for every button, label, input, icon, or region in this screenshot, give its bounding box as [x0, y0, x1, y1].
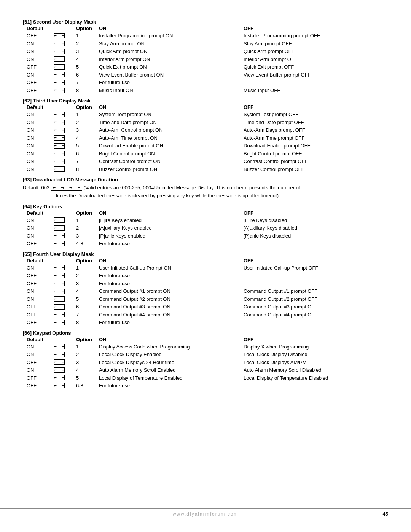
table-row: ON⌐__¬5Command Output #2 prompt ONComman… — [23, 296, 388, 303]
col-default-label: Default — [27, 26, 53, 31]
section-62-header: Default Option ON OFF — [23, 104, 388, 110]
table-row: ON⌐__¬3Quick Arm prompt ONQuick Arm prom… — [23, 48, 388, 55]
section-64-header: Default Option ON OFF — [23, 210, 388, 216]
footer-url: www.diyalarmforum.com — [173, 511, 239, 517]
table-row: OFF⌐__¬6-8For future use — [23, 382, 388, 390]
section-63: [63] Downloaded LCD Message Duration Def… — [23, 177, 388, 200]
table-row: ON⌐__¬1System Test prompt ONSystem Test … — [23, 111, 388, 118]
table-row: ON⌐__¬4Auto-Arm Time prompt ONAuto-Arm T… — [23, 134, 388, 142]
col-on-label: ON — [99, 26, 244, 31]
table-row: ON⌐__¬2Time and Date prompt ONTime and D… — [23, 119, 388, 126]
section-66-header: Default Option ON OFF — [23, 337, 388, 342]
section-61: [61] Second User Display Mask Default Op… — [23, 19, 388, 94]
table-row: ON⌐__¬5Download Enable prompt ONDownload… — [23, 142, 388, 150]
section-61-title: [61] Second User Display Mask — [23, 19, 388, 25]
section-62: [62] Third User Display Mask Default Opt… — [23, 98, 388, 173]
section-64: [64] Key Options Default Option ON OFF O… — [23, 204, 388, 248]
table-row: ON⌐__¬6View Event Buffer prompt ONView E… — [23, 71, 388, 79]
table-row: OFF⌐__¬8For future use — [23, 319, 388, 326]
table-row: ON⌐__¬2Local Clock Display EnabledLocal … — [23, 351, 388, 358]
table-row: OFF⌐__¬1Installer Programming prompt ONI… — [23, 32, 388, 40]
table-row: ON⌐__¬1Display Access Code when Programm… — [23, 343, 388, 351]
table-row: OFF⌐__¬6Command Output #3 prompt ONComma… — [23, 303, 388, 311]
table-row: ON⌐__¬1[F]ire Keys enabled[F]ire Keys di… — [23, 217, 388, 224]
section-63-description: Default: 003 ⌐__¬__¬__¬ (Valid entries a… — [23, 184, 388, 200]
table-row: OFF⌐__¬3For future use — [23, 280, 388, 288]
table-row: OFF⌐__¬3Local Clock Displays 24 Hour tim… — [23, 359, 388, 366]
table-row: OFF⌐__¬5Local Display of Temperature Ena… — [23, 374, 388, 382]
page-number: 45 — [383, 511, 388, 517]
section-65-header: Default Option ON OFF — [23, 258, 388, 264]
table-row: ON⌐__¬3Auto-Arm Control prompt ONAuto-Ar… — [23, 126, 388, 134]
table-row: ON⌐__¬3[P]anic Keys enabled[P]anic Keys … — [23, 232, 388, 240]
table-row: OFF⌐__¬5Quick Exit prompt ONQuick Exit p… — [23, 63, 388, 71]
table-row: ON⌐__¬1User Initiated Call-up Prompt ONU… — [23, 264, 388, 272]
table-row: ON⌐__¬4Interior Arm prompt ONInterior Ar… — [23, 56, 388, 63]
page-content: [61] Second User Display Mask Default Op… — [0, 0, 411, 420]
table-row: OFF⌐__¬2For future use — [23, 272, 388, 280]
col-off-label: OFF — [244, 26, 388, 31]
table-row: OFF⌐__¬8Music Input ONMusic Input OFF — [23, 87, 388, 94]
table-row: ON⌐__¬8Buzzer Control prompt ONBuzzer Co… — [23, 166, 388, 173]
table-row: ON⌐__¬6Bright Control prompt ONBright Co… — [23, 150, 388, 158]
col-checkbox-label — [53, 26, 76, 31]
table-row: ON⌐__¬7Contrast Control prompt ONContras… — [23, 158, 388, 165]
table-row: ON⌐__¬4Command Output #1 prompt ONComman… — [23, 288, 388, 295]
section-62-title: [62] Third User Display Mask — [23, 98, 388, 104]
table-row: ON⌐__¬4Auto Alarm Memory Scroll EnabledA… — [23, 366, 388, 374]
section-66-title: [66] Keypad Options — [23, 330, 388, 336]
footer: www.diyalarmforum.com — [0, 508, 411, 517]
table-row: OFF⌐__¬4-8For future use — [23, 240, 388, 248]
table-row: OFF⌐__¬7For future use — [23, 79, 388, 86]
table-row: OFF⌐__¬7Command Output #4 prompt ONComma… — [23, 311, 388, 319]
table-row: ON⌐__¬2[A]uxiliary Keys enabled[A]uxilia… — [23, 224, 388, 232]
section-66: [66] Keypad Options Default Option ON OF… — [23, 330, 388, 390]
section-64-title: [64] Key Options — [23, 204, 388, 209]
table-row: ON⌐__¬2Stay Arm prompt ONStay Arm prompt… — [23, 40, 388, 48]
col-option-label: Option — [76, 26, 99, 31]
section-65: [65] Fourth User Display Mask Default Op… — [23, 251, 388, 326]
section-65-title: [65] Fourth User Display Mask — [23, 251, 388, 257]
section-61-header: Default Option ON OFF — [23, 26, 388, 31]
section-63-title: [63] Downloaded LCD Message Duration — [23, 177, 388, 182]
